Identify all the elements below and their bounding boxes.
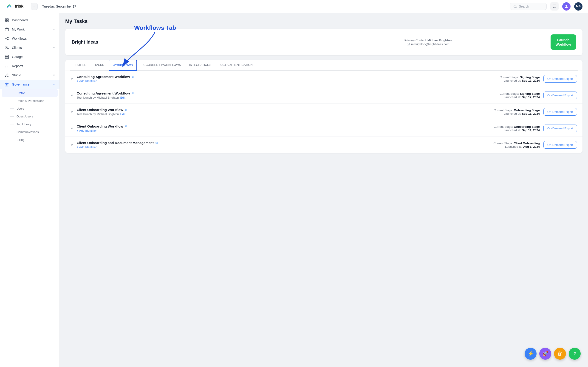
search-icon: [513, 5, 517, 8]
fab-group: ⚡ 🚀 🗑 ?: [525, 348, 581, 360]
sidebar-sub-label-guest-users: Guest Users: [17, 115, 33, 118]
workflow-info: Consulting Agreement Workflow ⧉ + Add Id…: [77, 75, 490, 83]
tab-recurrent-workflows[interactable]: RECURRENT WORKFLOWS: [138, 60, 185, 71]
workflow-chevron[interactable]: ∨: [71, 77, 73, 81]
workflow-title: Client Onboarding and Document Managemen…: [77, 141, 154, 145]
svg-point-2: [565, 5, 567, 6]
sidebar-sub-label-users: Users: [17, 107, 24, 110]
logo-text: trisk: [15, 4, 23, 9]
tab-profile[interactable]: PROFILE: [70, 60, 90, 71]
sidebar-label-reports: Reports: [12, 64, 55, 68]
svg-rect-13: [5, 57, 9, 59]
sidebar-item-my-work[interactable]: My Work ∨: [0, 25, 60, 34]
my-work-chevron: ∨: [53, 28, 55, 31]
sidebar-item-dashboard[interactable]: Dashboard: [0, 16, 60, 25]
external-link-icon[interactable]: ⧉: [125, 108, 127, 112]
messages-button[interactable]: [550, 2, 559, 10]
on-demand-export-button[interactable]: On-Demand Export: [544, 75, 577, 83]
client-contact: Primary Contact: Michael Brighton m.brig…: [311, 39, 545, 46]
workflow-stage: Current Stage: Onboarding Stage Launched…: [493, 108, 540, 115]
sidebar-sub-item-users[interactable]: — Users: [0, 105, 60, 112]
fab-trash-button[interactable]: 🗑: [554, 348, 566, 360]
sidebar-sub-item-roles[interactable]: — Roles & Permissions: [0, 97, 60, 105]
workflows-icon: [5, 36, 9, 41]
workflow-info: Client Onboarding and Document Managemen…: [77, 141, 490, 149]
sidebar-sub-label-tag-library: Tag Library: [17, 123, 31, 126]
sidebar-label-clients: Clients: [12, 46, 50, 50]
svg-point-1: [514, 5, 516, 8]
sidebar-item-garage[interactable]: Garage: [0, 52, 60, 61]
workflow-subtitle-text: Test launch by Michael Brighton: [77, 112, 119, 116]
fab-help-button[interactable]: ?: [569, 348, 581, 360]
sidebar-item-workflows[interactable]: Workflows: [0, 34, 60, 43]
clients-icon: [5, 45, 9, 50]
on-demand-export-button[interactable]: On-Demand Export: [544, 125, 577, 132]
tab-integrations[interactable]: INTEGRATIONS: [186, 60, 215, 71]
external-link-icon[interactable]: ⧉: [156, 141, 157, 145]
workflow-title: Consulting Agreement Workflow: [77, 75, 130, 79]
workflow-chevron[interactable]: ∨: [71, 94, 73, 97]
contact-label: Primary Contact:: [405, 39, 427, 42]
sidebar-sub-label-profile: Profile: [17, 91, 25, 95]
workflow-title: Client Onboarding Workflow: [77, 108, 123, 112]
workflow-chevron[interactable]: ∨: [71, 110, 73, 114]
add-identifier-link[interactable]: + Add Identifier: [77, 79, 97, 83]
reports-icon: [5, 64, 9, 68]
sidebar-label-workflows: Workflows: [12, 37, 55, 40]
sidebar-label-studio: Studio: [12, 73, 50, 77]
studio-chevron: ∨: [53, 74, 55, 77]
studio-icon: [5, 73, 9, 77]
sidebar-sub-item-guest-users[interactable]: — Guest Users: [0, 112, 60, 120]
sidebar-sub-item-communications[interactable]: — Communications: [0, 128, 60, 136]
tab-sso-authentication[interactable]: SSO AUTHENTICATION: [216, 60, 256, 71]
workflow-chevron[interactable]: ∨: [71, 127, 73, 130]
user-avatar[interactable]: MB: [574, 2, 582, 10]
tabs-container: PROFILE TASKS WORKFLOWS RECURRENT WORKFL…: [65, 60, 582, 71]
workflow-title: Client Onboarding Workflow: [77, 124, 123, 128]
sidebar-sub-item-tag-library[interactable]: — Tag Library: [0, 120, 60, 128]
my-work-icon: [5, 27, 9, 32]
edit-link[interactable]: Edit: [120, 96, 125, 99]
email-icon: [407, 43, 410, 46]
workflow-item: ∨ Consulting Agreement Workflow ⧉ Test l…: [65, 87, 582, 104]
sidebar: Dashboard My Work ∨ Workflo: [0, 13, 60, 367]
back-button[interactable]: ‹: [31, 3, 38, 10]
fab-rocket-button[interactable]: 🚀: [539, 348, 551, 360]
edit-link[interactable]: Edit: [120, 112, 125, 116]
workflow-chevron[interactable]: ∨: [71, 143, 73, 147]
workflow-list: ∨ Consulting Agreement Workflow ⧉ + Add …: [65, 71, 582, 153]
sidebar-sub-item-profile[interactable]: — Profile: [2, 89, 58, 97]
fab-bolt-button[interactable]: ⚡: [525, 348, 536, 360]
ai-avatar[interactable]: [562, 2, 571, 10]
sidebar-sub-label-billing: Billing: [17, 138, 25, 142]
launch-workflow-button[interactable]: Launch Workflow: [551, 34, 576, 50]
sidebar-item-clients[interactable]: Clients ∨: [0, 43, 60, 52]
svg-rect-12: [5, 55, 9, 57]
client-name: Bright Ideas: [72, 40, 305, 45]
add-identifier-link[interactable]: + Add Identifier: [77, 145, 97, 149]
tab-workflows[interactable]: WORKFLOWS: [109, 60, 137, 71]
search-button[interactable]: Search: [510, 3, 547, 10]
tab-tasks[interactable]: TASKS: [91, 60, 108, 71]
svg-point-10: [7, 39, 9, 40]
add-identifier-link[interactable]: + Add Identifier: [77, 129, 97, 132]
svg-rect-0: [6, 3, 13, 10]
on-demand-export-button[interactable]: On-Demand Export: [544, 141, 577, 149]
on-demand-export-button[interactable]: On-Demand Export: [544, 108, 577, 116]
on-demand-export-button[interactable]: On-Demand Export: [544, 92, 577, 99]
sidebar-item-studio[interactable]: Studio ∨: [0, 71, 60, 80]
garage-icon: [5, 55, 9, 59]
external-link-icon[interactable]: ⧉: [125, 125, 127, 128]
topbar: trisk ‹ Tuesday, September 17 Search MB: [0, 0, 588, 13]
sidebar-sub-item-billing[interactable]: — Billing: [0, 136, 60, 144]
logo[interactable]: trisk: [6, 3, 23, 10]
external-link-icon[interactable]: ⧉: [132, 75, 134, 79]
governance-chevron: ∧: [53, 83, 55, 86]
sidebar-item-governance[interactable]: Governance ∧: [0, 80, 60, 89]
tabs: PROFILE TASKS WORKFLOWS RECURRENT WORKFL…: [70, 60, 578, 71]
dashboard-icon: [5, 18, 9, 23]
workflow-stage: Current Stage: Signing Stage Launched at…: [494, 75, 540, 82]
workflow-info: Client Onboarding Workflow ⧉ Test launch…: [77, 108, 490, 116]
sidebar-item-reports[interactable]: Reports: [0, 61, 60, 71]
external-link-icon[interactable]: ⧉: [132, 92, 134, 95]
